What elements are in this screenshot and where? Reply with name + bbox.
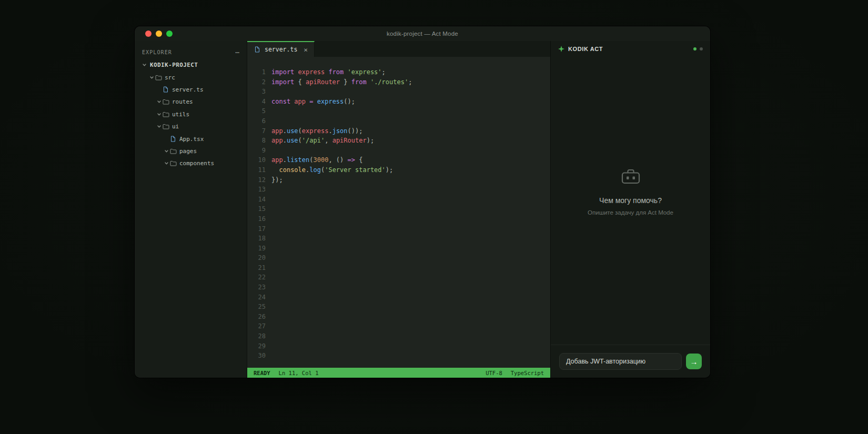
line-number: 22 xyxy=(247,272,266,282)
explorer-tree: srcserver.tsroutesutilsuiApp.tsxpagescom… xyxy=(135,71,247,169)
line-number: 19 xyxy=(247,244,266,254)
code-text xyxy=(266,116,271,126)
code-text xyxy=(266,146,271,156)
explorer-header-row: EXPLORER ⋯ xyxy=(135,45,247,59)
titlebar[interactable]: kodik-project — Act Mode xyxy=(135,26,710,41)
code-text xyxy=(266,87,271,97)
file-icon xyxy=(169,136,177,142)
zoom-window-button[interactable] xyxy=(166,31,173,37)
status-encoding[interactable]: UTF-8 xyxy=(486,370,502,376)
line-number: 15 xyxy=(247,204,266,214)
line-number: 1 xyxy=(247,67,266,77)
close-window-button[interactable] xyxy=(145,31,152,37)
line-number: 7 xyxy=(247,126,266,136)
code-line: 15 xyxy=(247,204,550,214)
line-number: 12 xyxy=(247,175,266,185)
code-line: 20 xyxy=(247,253,550,263)
code-text xyxy=(266,234,271,244)
tree-item-routes[interactable]: routes xyxy=(135,96,247,108)
chevron-down-icon xyxy=(148,75,155,80)
tree-item-app-tsx[interactable]: App.tsx xyxy=(135,133,247,145)
code-line: 27 xyxy=(247,321,550,331)
tree-item-label: pages xyxy=(179,148,197,155)
code-text xyxy=(266,292,271,302)
code-line: 2import { apiRouter } from './routes'; xyxy=(247,77,550,87)
send-button[interactable]: → xyxy=(686,354,702,369)
folder-icon xyxy=(169,148,177,154)
minimize-window-button[interactable] xyxy=(156,31,162,37)
explorer-more-icon[interactable]: ⋯ xyxy=(235,48,239,56)
code-text: console.log('Server started'); xyxy=(266,165,393,175)
folder-icon xyxy=(162,112,169,117)
code-text xyxy=(266,282,271,292)
line-number: 4 xyxy=(247,97,266,107)
tree-item-label: ui xyxy=(172,123,179,130)
line-number: 30 xyxy=(247,351,266,361)
assistant-empty-subtitle: Опишите задачу для Act Mode xyxy=(588,209,673,216)
code-line: 28 xyxy=(247,331,550,341)
code-line: 23 xyxy=(247,282,550,292)
code-line: 19 xyxy=(247,244,550,254)
code-line: 1import express from 'express'; xyxy=(247,67,550,77)
desktop-background: kodik-project — Act Mode EXPLORER ⋯ KODI… xyxy=(0,0,868,434)
code-text: import { apiRouter } from './routes'; xyxy=(266,77,412,87)
code-line: 5 xyxy=(247,106,550,116)
folder-icon xyxy=(155,75,162,80)
tree-item-label: server.ts xyxy=(172,86,204,93)
line-number: 28 xyxy=(247,331,266,341)
folder-icon xyxy=(162,99,169,105)
chevron-down-icon xyxy=(141,63,147,67)
status-bar-right: UTF-8 TypeScript xyxy=(486,370,544,376)
code-line: 9 xyxy=(247,146,550,156)
code-text xyxy=(266,253,271,263)
tab-label: server.ts xyxy=(265,46,297,53)
tree-item-pages[interactable]: pages xyxy=(135,145,247,157)
code-line: 10app.listen(3000, () => { xyxy=(247,155,550,165)
tree-item-src[interactable]: src xyxy=(135,71,247,83)
code-text xyxy=(266,341,271,351)
window-title: kodik-project — Act Mode xyxy=(387,31,458,37)
chevron-down-icon xyxy=(156,112,162,117)
code-text xyxy=(266,214,271,224)
status-language[interactable]: TypeScript xyxy=(511,370,544,376)
tree-item-components[interactable]: components xyxy=(135,157,247,169)
main-area: EXPLORER ⋯ KODIK-PROJECT srcserver.tsrou… xyxy=(135,41,710,378)
code-line: 17 xyxy=(247,224,550,234)
assistant-status-dots xyxy=(693,47,703,51)
chevron-down-icon xyxy=(163,149,169,154)
tree-item-utils[interactable]: utils xyxy=(135,108,247,120)
tab-bar: server.ts × xyxy=(247,41,550,57)
line-number: 5 xyxy=(247,106,266,116)
line-number: 13 xyxy=(247,185,266,195)
code-text: }); xyxy=(266,175,283,185)
chat-input[interactable] xyxy=(559,353,682,370)
code-editor[interactable]: 1import express from 'express';2import {… xyxy=(247,57,550,368)
close-tab-icon[interactable]: × xyxy=(304,46,308,54)
code-lines: 1import express from 'express';2import {… xyxy=(247,67,550,361)
line-number: 10 xyxy=(247,155,266,165)
typescript-file-icon xyxy=(254,46,261,53)
app-window: kodik-project — Act Mode EXPLORER ⋯ KODI… xyxy=(135,26,710,378)
line-number: 14 xyxy=(247,195,266,205)
code-text xyxy=(266,263,271,273)
code-line: 12}); xyxy=(247,175,550,185)
code-text xyxy=(266,185,271,195)
status-cursor-position[interactable]: Ln 11, Col 1 xyxy=(279,370,319,376)
code-text xyxy=(266,224,271,234)
code-text xyxy=(266,106,271,116)
tab-server-ts[interactable]: server.ts × xyxy=(247,41,315,57)
tree-item-kodik-project[interactable]: KODIK-PROJECT xyxy=(135,59,247,71)
line-number: 16 xyxy=(247,214,266,224)
code-text xyxy=(266,272,271,282)
assistant-panel: KODIK ACT Чем мо xyxy=(550,41,710,378)
project-root-label: KODIK-PROJECT xyxy=(150,62,198,68)
tree-item-ui[interactable]: ui xyxy=(135,120,247,133)
tree-item-server-ts[interactable]: server.ts xyxy=(135,84,247,96)
line-number: 18 xyxy=(247,234,266,244)
line-number: 23 xyxy=(247,282,266,292)
tree-item-label: App.tsx xyxy=(179,136,204,143)
code-text: const app = express(); xyxy=(266,97,355,107)
status-dot-inactive xyxy=(700,47,703,51)
tree-item-label: src xyxy=(165,74,175,81)
code-line: 29 xyxy=(247,341,550,351)
